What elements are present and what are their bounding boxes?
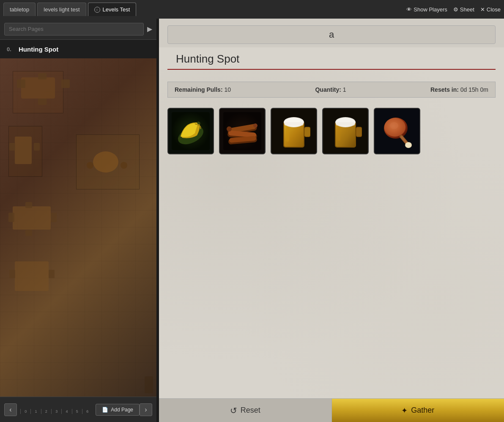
drumstick-icon [378,112,416,150]
tab-tabletop-label: tabletop [10,6,29,13]
svg-rect-27 [336,122,355,126]
ruler-tick-6: 6 [82,409,92,414]
remaining-pulls-section: Remaining Pulls: 10 [175,86,231,93]
tab-levels-test-label: Levels Test [103,6,130,13]
map-area [0,58,156,397]
reset-button[interactable]: ↺ Reset [159,399,332,422]
top-right-controls: 👁 Show Players ⚙ Sheet ✕ Close [406,0,501,19]
tab-levels-light-test-label: levels light test [44,6,79,13]
item-card-drumstick[interactable] [374,108,420,154]
bottom-nav: ‹ 0 1 2 3 4 5 6 📄 Add Page › [0,397,156,422]
svg-rect-19 [286,127,289,142]
map-background [0,58,156,397]
add-page-button[interactable]: 📄 Add Page [96,404,140,416]
reset-label: Reset [241,406,260,415]
circle-icon: ○ [94,7,100,13]
show-players-button[interactable]: 👁 Show Players [406,6,447,13]
close-icon: ✕ [480,6,485,13]
ruler-tick-4: 4 [61,409,71,414]
action-bar: ↺ Reset ✦ Gather [159,398,504,422]
add-page-label: Add Page [111,407,133,413]
ruler-tick-5: 5 [72,409,82,414]
section-heading: Hunting Spot [167,47,496,70]
banana-icon [172,112,210,150]
search-arrow-icon[interactable]: ▶ [147,25,152,33]
gather-icon: ✦ [401,406,408,415]
tab-levels-test[interactable]: ○ Levels Test [88,3,137,16]
page-item-hunting-spot[interactable]: 0. Hunting Spot [0,40,156,60]
info-bar: Remaining Pulls: 10 Quantity: 1 Resets i… [167,82,496,98]
ruler-tick-3: 3 [51,409,61,414]
svg-rect-21 [305,128,310,136]
page-label-hunting-spot: Hunting Spot [19,46,58,53]
beer-icon-2 [326,112,364,150]
sausage-icon [223,112,261,150]
item-card-beer-1[interactable] [271,108,317,154]
ruler-tick-0: 0 [20,409,30,414]
search-bar: ▶ [0,19,156,40]
sidebar: ▶ 0. Hunting Spot 1. Salvage spot 2. b [0,19,156,422]
item-card-beer-2[interactable] [322,108,369,154]
tab-tabletop[interactable]: tabletop [3,3,36,16]
items-row [167,101,496,161]
next-page-button[interactable]: › [140,403,152,416]
ruler: 0 1 2 3 4 5 6 [17,406,96,414]
page-num-0: 0. [7,46,15,52]
title-row [159,19,504,47]
gather-button[interactable]: ✦ Gather [332,399,504,422]
svg-point-38 [390,122,398,129]
svg-rect-28 [337,127,340,141]
ruler-tick-1: 1 [30,409,41,414]
sheet-button[interactable]: ⚙ Sheet [453,6,474,13]
page-title-input[interactable] [167,25,496,44]
tab-levels-light-test[interactable]: levels light test [37,3,86,16]
add-page-icon: 📄 [102,407,108,413]
search-input[interactable] [4,23,144,36]
gather-label: Gather [411,406,434,415]
ruler-tick-2: 2 [41,409,51,414]
content-area: Remaining Pulls: 10 Quantity: 1 Resets i… [159,70,504,398]
item-card-bananas[interactable] [167,108,214,154]
gear-icon: ⚙ [453,6,458,13]
reset-icon: ↺ [230,406,237,416]
svg-point-37 [406,143,411,148]
eye-icon: 👁 [406,6,412,13]
svg-rect-30 [356,128,362,136]
svg-rect-18 [284,122,304,126]
close-button[interactable]: ✕ Close [480,6,501,13]
main-panel: Hunting Spot Remaining Pulls: 10 Quantit… [159,19,504,422]
top-bar: tabletop levels light test ○ Levels Test… [0,0,504,19]
quantity-section: Quantity: 1 [315,86,346,93]
beer-icon-1 [275,112,313,150]
resets-in-section: Resets in: 0d 15h 0m [430,86,488,93]
item-card-sausages[interactable] [219,108,266,154]
prev-page-button[interactable]: ‹ [4,403,17,416]
